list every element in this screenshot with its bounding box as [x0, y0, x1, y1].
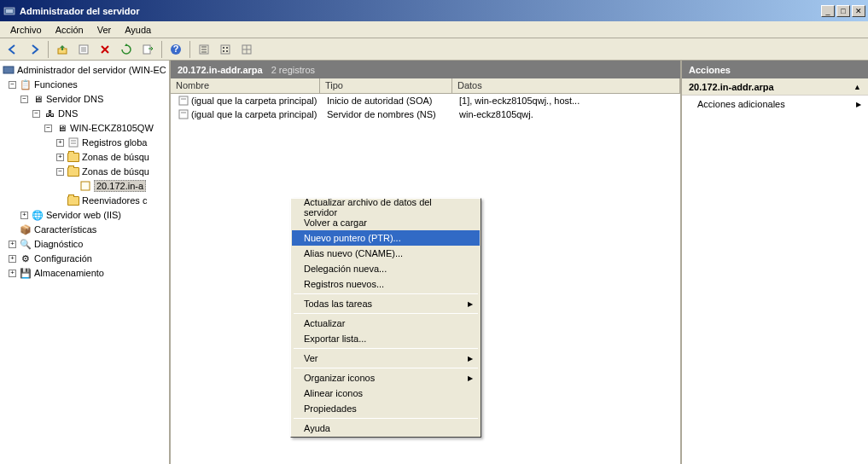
- ctx-properties[interactable]: Propiedades: [292, 401, 480, 416]
- cell-name: (igual que la carpeta principal): [191, 96, 317, 106]
- ctx-separator: [294, 348, 478, 349]
- export-button[interactable]: [138, 40, 157, 59]
- tree-zb1[interactable]: +Zonas de búsqu: [2, 150, 167, 164]
- tree-carac[interactable]: 📦Características: [2, 223, 167, 236]
- svg-rect-27: [179, 96, 188, 105]
- ctx-reload[interactable]: Volver a cargar: [292, 215, 480, 230]
- close-button[interactable]: ✕: [852, 5, 865, 17]
- ctx-view[interactable]: Ver▶: [292, 351, 480, 366]
- expand-icon[interactable]: +: [56, 139, 64, 147]
- up-button[interactable]: [53, 40, 72, 59]
- ctx-label: Ver: [304, 353, 318, 363]
- tree-label-selected: 20.172.in-a: [94, 180, 146, 192]
- actions-header: Acciones: [682, 61, 868, 78]
- collapse-icon[interactable]: −: [9, 81, 16, 89]
- record-icon: [178, 107, 189, 121]
- tree-funciones[interactable]: −📋Funciones: [2, 78, 167, 91]
- svg-rect-18: [226, 50, 228, 52]
- cell-data: [1], win-eckz8105qwj., host...: [454, 96, 680, 106]
- back-button[interactable]: [3, 40, 22, 59]
- forward-button[interactable]: [25, 40, 44, 59]
- ctx-separator: [294, 293, 478, 294]
- folder-icon: [67, 150, 80, 164]
- zone-icon: [79, 179, 92, 193]
- maximize-button[interactable]: □: [836, 5, 850, 17]
- ctx-update-file[interactable]: Actualizar archivo de datos del servidor: [292, 200, 480, 215]
- storage-icon: 💾: [19, 266, 32, 280]
- tree-label: Servidor web (IIS): [46, 210, 121, 220]
- svg-rect-15: [223, 47, 224, 49]
- context-menu: Actualizar archivo de datos del servidor…: [290, 198, 481, 438]
- filter1-button[interactable]: [195, 40, 213, 59]
- collapse-icon[interactable]: −: [20, 96, 28, 103]
- center-panel: 20.172.in-addr.arpa 2 registros Nombre T…: [171, 61, 682, 464]
- collapse-icon[interactable]: −: [44, 125, 52, 132]
- tree-host[interactable]: −🖥WIN-ECKZ8105QW: [2, 121, 167, 135]
- ctx-export[interactable]: Exportar lista...: [292, 331, 480, 346]
- tree-label: Servidor DNS: [46, 94, 103, 104]
- expand-icon[interactable]: +: [9, 255, 16, 263]
- list-row[interactable]: (igual que la carpeta principal) Servido…: [171, 107, 680, 121]
- diag-icon: 🔍: [19, 237, 32, 251]
- actions-section[interactable]: 20.172.in-addr.arpa ▲: [682, 78, 868, 96]
- collapse-arrow-icon: ▲: [853, 83, 861, 91]
- properties-button[interactable]: [74, 40, 93, 59]
- tree-root[interactable]: Administrador del servidor (WIN-EC: [2, 63, 167, 77]
- tree-zb2[interactable]: −Zonas de búsqu: [2, 165, 167, 178]
- tree-reg[interactable]: +Registros globa: [2, 136, 167, 149]
- filter3-button[interactable]: [237, 40, 256, 59]
- tree-label: WIN-ECKZ8105QW: [70, 123, 154, 133]
- col-tipo[interactable]: Tipo: [320, 78, 452, 93]
- ctx-align-icons[interactable]: Alinear iconos: [292, 386, 480, 401]
- tree-conf[interactable]: +⚙Configuración: [2, 252, 167, 265]
- tree-zone[interactable]: 20.172.in-a: [2, 179, 167, 193]
- expand-icon[interactable]: +: [20, 212, 28, 219]
- refresh-button[interactable]: [117, 40, 136, 59]
- collapse-icon[interactable]: −: [32, 110, 40, 118]
- menu-ayuda[interactable]: Ayuda: [119, 23, 156, 37]
- tree-dns[interactable]: −🖥Servidor DNS: [2, 92, 167, 106]
- minimize-button[interactable]: _: [821, 5, 835, 17]
- ctx-help[interactable]: Ayuda: [292, 420, 480, 436]
- tree-label: Zonas de búsqu: [82, 152, 149, 162]
- forwarders-icon: [67, 194, 80, 207]
- delete-button[interactable]: [96, 40, 114, 59]
- cell-data: win-eckz8105qwj.: [454, 109, 680, 119]
- actions-additional[interactable]: Acciones adicionales ▶: [682, 96, 868, 113]
- svg-rect-1: [6, 9, 13, 13]
- menu-archivo[interactable]: Archivo: [5, 23, 47, 37]
- expand-icon[interactable]: +: [9, 270, 16, 277]
- ctx-new-ptr[interactable]: Nuevo puntero (PTR)...: [292, 230, 480, 246]
- tree-diag[interactable]: +🔍Diagnóstico: [2, 237, 167, 251]
- tree-reenv[interactable]: Reenviadores c: [2, 194, 167, 207]
- tree-alm[interactable]: +💾Almacenamiento: [2, 266, 167, 280]
- expand-icon[interactable]: +: [56, 154, 64, 161]
- help-button[interactable]: ?: [166, 40, 185, 59]
- config-icon: ⚙: [19, 252, 32, 265]
- menu-accion[interactable]: Acción: [50, 23, 89, 37]
- cell-name: (igual que la carpeta principal): [191, 109, 317, 119]
- menu-ver[interactable]: Ver: [92, 23, 117, 37]
- submenu-arrow-icon: ▶: [856, 101, 861, 108]
- tree-iis[interactable]: +🌐Servidor web (IIS): [2, 208, 167, 222]
- ctx-new-records[interactable]: Registros nuevos...: [292, 276, 480, 292]
- toolbar: ?: [0, 38, 868, 61]
- submenu-arrow-icon: ▶: [468, 355, 473, 362]
- expand-icon[interactable]: +: [9, 241, 16, 248]
- col-nombre[interactable]: Nombre: [171, 78, 320, 93]
- filter2-button[interactable]: [216, 40, 235, 59]
- svg-text:?: ?: [173, 44, 179, 54]
- list-row[interactable]: (igual que la carpeta principal) Inicio …: [171, 94, 680, 107]
- ctx-all-tasks[interactable]: Todas las tareas▶: [292, 296, 480, 311]
- svg-rect-17: [223, 50, 224, 52]
- svg-rect-14: [221, 45, 230, 54]
- ctx-refresh[interactable]: Actualizar: [292, 316, 480, 331]
- collapse-icon[interactable]: −: [56, 168, 64, 176]
- ctx-arrange-icons[interactable]: Organizar iconos▶: [292, 370, 480, 386]
- col-datos[interactable]: Datos: [452, 78, 680, 93]
- tree-dns2[interactable]: −🖧DNS: [2, 107, 167, 120]
- ctx-new-delegation[interactable]: Delegación nueva...: [292, 261, 480, 276]
- record-list[interactable]: (igual que la carpeta principal) Inicio …: [171, 94, 680, 464]
- ctx-new-cname[interactable]: Alias nuevo (CNAME)...: [292, 246, 480, 261]
- tree-root-label: Administrador del servidor (WIN-EC: [17, 65, 166, 75]
